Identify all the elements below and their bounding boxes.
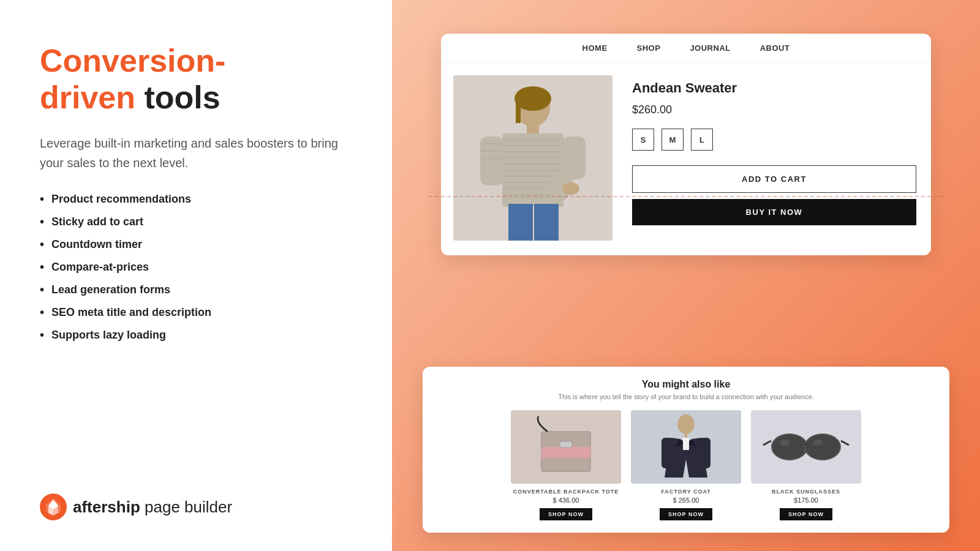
rec-price-glasses: $175.00 [794,497,818,504]
feature-list: Product recommendations Sticky add to ca… [40,192,352,351]
svg-rect-28 [560,441,572,448]
buy-now-button[interactable]: BUY IT NOW [632,199,916,225]
rec-item-bag: CONVERTABLE BACKPACK TOTE $ 436.00 SHOP … [511,410,621,520]
size-m-button[interactable]: M [662,129,684,151]
brand-light: page builder [140,498,232,516]
nav-journal[interactable]: JOURNAL [690,43,730,53]
rec-image-coat [631,410,741,484]
rec-item-glasses: BLACK SUNGLASSES $175.00 SHOP NOW [751,410,861,520]
product-body: Andean Sweater $260.00 S M L ADD TO CART… [441,63,931,255]
svg-point-37 [805,435,840,459]
list-item: Product recommendations [40,192,352,206]
size-options: S M L [632,129,916,151]
nav-home[interactable]: HOME [582,43,608,53]
headline: Conversion- driven tools [40,43,352,116]
svg-rect-31 [683,438,689,450]
subtitle-text: Leverage built-in marketing and sales bo… [40,133,346,173]
right-panel: HOME SHOP JOURNAL ABOUT [392,0,980,551]
left-panel: Conversion- driven tools Leverage built-… [0,0,392,551]
dashed-divider [429,196,943,197]
svg-point-41 [813,440,823,446]
recs-subtitle: This is where you tell the story of your… [437,393,935,400]
brand-bold: aftership [73,498,140,516]
product-nav: HOME SHOP JOURNAL ABOUT [441,34,931,63]
svg-rect-23 [508,204,533,241]
shop-now-coat-button[interactable]: SHOP NOW [660,508,712,520]
shop-now-bag-button[interactable]: SHOP NOW [540,508,592,520]
rec-item-coat: FACTORY COAT $ 265.00 SHOP NOW [631,410,741,520]
size-s-button[interactable]: S [632,129,654,151]
list-item: Sticky add to cart [40,215,352,229]
rec-name-coat: FACTORY COAT [661,489,711,495]
svg-point-40 [780,440,790,446]
brand-footer: aftership page builder [40,493,352,520]
shop-now-glasses-button[interactable]: SHOP NOW [780,508,832,520]
headline-line2-orange: driven [40,80,135,115]
svg-line-39 [841,441,849,445]
rec-name-glasses: BLACK SUNGLASSES [772,489,840,495]
aftership-logo-icon [40,493,67,520]
product-title: Andean Sweater [632,80,916,96]
svg-rect-32 [662,438,673,468]
svg-point-25 [562,182,579,195]
product-price: $260.00 [632,103,916,116]
recommendations-card: You might also like This is where you te… [423,367,949,533]
nav-about[interactable]: ABOUT [760,43,790,53]
rec-price-coat: $ 265.00 [673,497,699,504]
svg-point-35 [772,435,807,459]
recs-grid: CONVERTABLE BACKPACK TOTE $ 436.00 SHOP … [437,410,935,520]
rec-image-bag [511,410,621,484]
add-to-cart-button[interactable]: ADD TO CART [632,165,916,193]
product-card: HOME SHOP JOURNAL ABOUT [441,34,931,255]
svg-rect-30 [685,433,687,438]
recs-title: You might also like [437,379,935,390]
svg-rect-4 [516,99,521,123]
brand-name: aftership page builder [73,498,232,517]
product-details: Andean Sweater $260.00 S M L ADD TO CART… [632,75,916,241]
headline-line1-orange: Conversion- [40,43,225,78]
rec-name-bag: CONVERTABLE BACKPACK TOTE [513,489,619,495]
list-item: Supports lazy loading [40,328,352,342]
product-image [453,75,612,241]
list-item: Compare-at-prices [40,260,352,274]
svg-rect-27 [541,447,590,458]
list-item: Lead generation forms [40,283,352,297]
size-l-button[interactable]: L [691,129,713,151]
rec-image-glasses [751,410,861,484]
svg-point-29 [677,414,695,434]
svg-rect-24 [534,204,559,241]
svg-rect-21 [562,137,586,179]
nav-shop[interactable]: SHOP [637,43,661,53]
rec-price-bag: $ 436.00 [553,497,579,504]
headline-line2-black: tools [135,80,221,115]
list-item: Countdown timer [40,238,352,252]
list-item: SEO meta title and description [40,305,352,320]
svg-rect-33 [699,438,710,468]
svg-line-38 [763,441,771,445]
